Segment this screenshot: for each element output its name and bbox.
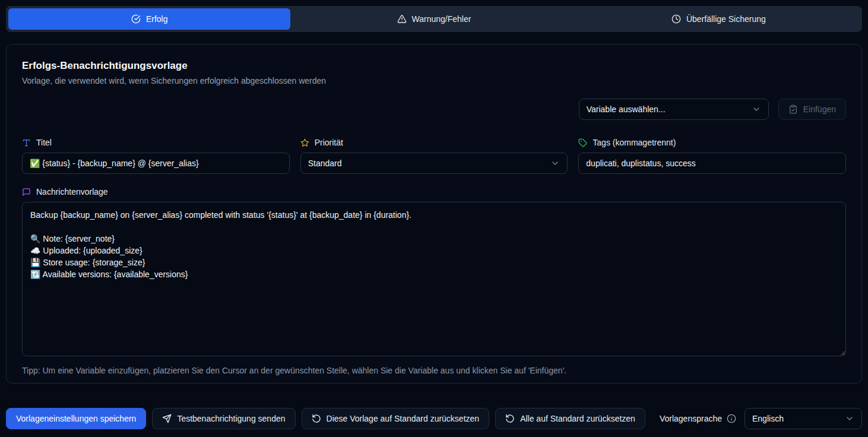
send-test-notification-label: Testbenachrichtigung senden xyxy=(177,414,285,423)
save-template-settings-button[interactable]: Vorlageneinstellungen speichern xyxy=(6,408,146,429)
priority-select[interactable]: Standard xyxy=(300,153,568,174)
clock-icon xyxy=(671,14,681,24)
footer-actions: Vorlageneinstellungen speichern Testbena… xyxy=(6,408,862,429)
save-template-settings-label: Vorlageneinstellungen speichern xyxy=(16,414,136,423)
tag-icon xyxy=(578,138,587,147)
message-field-label: Nachrichtenvorlage xyxy=(36,187,108,197)
insert-variable-button[interactable]: Einfügen xyxy=(778,99,846,120)
info-icon[interactable] xyxy=(727,414,736,423)
tab-warning-error-label: Warnung/Fehler xyxy=(412,14,471,24)
send-test-notification-button[interactable]: Testbenachrichtigung senden xyxy=(152,408,295,429)
reset-all-templates-label: Alle auf Standard zurücksetzen xyxy=(520,414,635,423)
card-subtitle: Vorlage, die verwendet wird, wenn Sicher… xyxy=(22,76,846,86)
message-field-group: Nachrichtenvorlage Backup {backup_name} … xyxy=(22,187,846,359)
priority-field-label-row: Priorität xyxy=(300,138,568,147)
reset-this-template-button[interactable]: Diese Vorlage auf Standard zurücksetzen xyxy=(302,408,490,429)
variable-insert-row: Variable auswählen... Einfügen xyxy=(22,99,846,120)
tags-field-label: Tags (kommagetrennt) xyxy=(593,138,676,147)
message-square-icon xyxy=(22,188,31,197)
message-field-label-row: Nachrichtenvorlage xyxy=(22,187,846,197)
chevron-down-icon xyxy=(550,159,560,168)
title-field-group: Titel xyxy=(22,138,290,174)
template-language-value: Englisch xyxy=(752,414,784,423)
insert-variable-label: Einfügen xyxy=(803,104,836,114)
template-language-label: Vorlagensprache xyxy=(660,414,722,423)
variable-select-value: Variable auswählen... xyxy=(587,104,666,114)
tab-overdue-backup[interactable]: Überfällige Sicherung xyxy=(578,8,860,30)
star-icon xyxy=(300,138,309,147)
reset-this-template-label: Diese Vorlage auf Standard zurücksetzen xyxy=(327,414,480,423)
template-language-label-row: Vorlagensprache xyxy=(660,414,736,423)
clipboard-paste-icon xyxy=(788,104,798,114)
field-grid: Titel Priorität Standard xyxy=(22,138,846,174)
tags-field-group: Tags (kommagetrennt) xyxy=(578,138,846,174)
tab-success[interactable]: Erfolg xyxy=(8,8,290,30)
priority-field-label: Priorität xyxy=(315,138,343,147)
template-tabbar: Erfolg Warnung/Fehler Überfällige Sicher… xyxy=(6,6,862,32)
priority-field-group: Priorität Standard xyxy=(300,138,568,174)
tab-warning-error[interactable]: Warnung/Fehler xyxy=(293,8,575,30)
priority-select-value: Standard xyxy=(308,159,342,168)
title-field-label-row: Titel xyxy=(22,138,290,147)
message-template-textarea[interactable]: Backup {backup_name} on {server_alias} c… xyxy=(22,202,846,356)
tab-overdue-backup-label: Überfällige Sicherung xyxy=(686,14,766,24)
type-icon xyxy=(22,138,31,147)
title-input[interactable] xyxy=(22,153,290,174)
variable-select[interactable]: Variable auswählen... xyxy=(579,99,769,120)
tags-input[interactable] xyxy=(578,153,846,174)
insert-tip-text: Tipp: Um eine Variable einzufügen, platz… xyxy=(22,366,846,375)
tags-field-label-row: Tags (kommagetrennt) xyxy=(578,138,846,147)
chevron-down-icon xyxy=(845,414,854,423)
send-icon xyxy=(162,414,172,423)
check-circle-icon xyxy=(131,14,141,24)
rotate-ccw-icon xyxy=(312,414,321,423)
chevron-down-icon xyxy=(752,104,761,114)
title-field-label: Titel xyxy=(36,138,52,147)
alert-triangle-icon xyxy=(397,14,407,24)
template-card: Erfolgs-Benachrichtigungsvorlage Vorlage… xyxy=(6,44,862,384)
tab-success-label: Erfolg xyxy=(146,14,168,24)
reset-all-templates-button[interactable]: Alle auf Standard zurücksetzen xyxy=(495,408,645,429)
card-title: Erfolgs-Benachrichtigungsvorlage xyxy=(22,60,846,72)
rotate-ccw-icon xyxy=(505,414,515,423)
template-language-select[interactable]: Englisch xyxy=(745,408,862,429)
